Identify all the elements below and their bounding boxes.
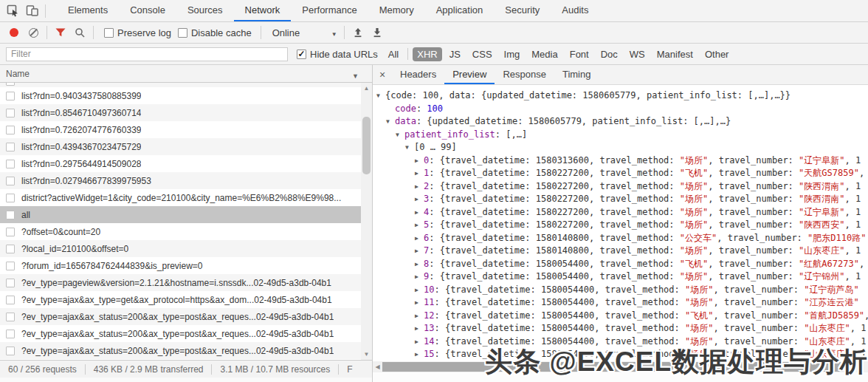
json-tree-line[interactable]: code: 100 [373, 103, 868, 116]
request-checkbox[interactable] [6, 296, 15, 304]
request-checkbox[interactable] [6, 160, 15, 168]
chip-media[interactable]: Media [527, 47, 562, 61]
request-checkbox[interactable] [6, 194, 15, 202]
chip-font[interactable]: Font [565, 47, 593, 61]
json-tree-line[interactable]: ▶2: {travel_datetime: 1580227200, travel… [373, 180, 868, 194]
json-tree-line[interactable]: ▼patient_info_list: [,…] [373, 129, 868, 142]
detail-tab-response[interactable]: Response [495, 65, 554, 84]
chip-manifest[interactable]: Manifest [652, 47, 698, 61]
chip-img[interactable]: Img [500, 47, 525, 61]
tab-audits[interactable]: Audits [551, 0, 599, 21]
expand-arrow-icon[interactable]: ▼ [396, 129, 404, 142]
json-tree-line[interactable]: ▶6: {travel_datetime: 1580140800, travel… [373, 232, 868, 245]
request-checkbox[interactable] [6, 245, 15, 253]
json-tree-line[interactable]: ▶1: {travel_datetime: 1580227200, travel… [373, 167, 868, 180]
json-tree-line[interactable]: ▶12: {travel_datetime: 1580054400, trave… [373, 310, 868, 323]
request-checkbox[interactable] [6, 347, 15, 355]
record-icon[interactable] [4, 23, 24, 42]
collapse-arrow-icon[interactable]: ▶ [415, 206, 424, 219]
name-column-header[interactable]: Name [0, 65, 372, 83]
collapse-arrow-icon[interactable]: ▶ [415, 180, 424, 194]
request-checkbox[interactable] [6, 279, 15, 287]
collapse-arrow-icon[interactable]: ▶ [415, 348, 424, 361]
collapse-arrow-icon[interactable]: ▶ [415, 296, 424, 310]
preserve-log-checkbox[interactable] [104, 28, 114, 38]
request-row[interactable]: list?rdn=0.2975644914509028 [0, 155, 372, 172]
request-checkbox[interactable] [6, 211, 15, 219]
request-row[interactable]: ?ev_type=ajax&ax_type=get&ax_protocol=ht… [0, 291, 372, 308]
collapse-arrow-icon[interactable]: ▶ [415, 232, 424, 245]
collapse-arrow-icon[interactable]: ▶ [415, 284, 424, 297]
clear-icon[interactable] [24, 23, 43, 42]
request-checkbox[interactable] [6, 177, 15, 185]
request-row[interactable]: list?rdn=0.8546710497360714 [0, 104, 372, 121]
json-tree-line[interactable]: ▶10: {travel_datetime: 1580054400, trave… [373, 284, 868, 297]
search-icon[interactable] [70, 23, 89, 42]
request-checkbox[interactable] [6, 126, 15, 134]
tab-network[interactable]: Network [234, 0, 292, 21]
preserve-log-toggle[interactable]: Preserve log [104, 27, 171, 38]
request-row[interactable]: ?ev_type=ajax&ax_status=200&ax_type=post… [0, 308, 372, 325]
collapse-arrow-icon[interactable]: ▶ [415, 219, 424, 232]
json-tree-line[interactable]: ▶0: {travel_datetime: 1580313600, travel… [373, 154, 868, 168]
tab-performance[interactable]: Performance [291, 0, 368, 21]
tab-elements[interactable]: Elements [57, 0, 119, 21]
collapse-arrow-icon[interactable]: ▶ [415, 154, 424, 168]
collapse-arrow-icon[interactable]: ▶ [415, 270, 424, 284]
json-tree-line[interactable]: ▼{code: 100, data: {updated_datetime: 15… [373, 89, 868, 103]
scrollbar-thumb[interactable] [362, 117, 371, 174]
request-checkbox[interactable] [6, 83, 15, 86]
filter-funnel-icon[interactable] [51, 23, 70, 42]
request-checkbox[interactable] [6, 109, 15, 117]
panel-split-divider[interactable] [372, 65, 373, 382]
detail-tab-timing[interactable]: Timing [554, 65, 599, 84]
scroll-left-icon[interactable]: ◀ [373, 361, 382, 372]
chip-xhr[interactable]: XHR [413, 47, 441, 61]
collapse-arrow-icon[interactable]: ▶ [415, 167, 424, 180]
request-row[interactable]: ?ev_type=ajax&ax_status=200&ax_type=post… [0, 342, 372, 359]
chip-css[interactable]: CSS [468, 47, 497, 61]
tab-sources[interactable]: Sources [176, 0, 234, 21]
json-tree-line[interactable]: ▼[0 … 99] [373, 141, 868, 154]
device-toolbar-icon[interactable] [22, 1, 41, 21]
json-tree-line[interactable]: ▶11: {travel_datetime: 1580054400, trave… [373, 296, 868, 310]
tab-memory[interactable]: Memory [368, 0, 425, 21]
request-row[interactable]: ?forum_id=1656784762444839&is_preview=0 [0, 257, 372, 274]
request-row[interactable]: list?rdn=0.9403437580885399 [0, 87, 372, 104]
detail-tab-headers[interactable]: Headers [392, 65, 444, 84]
disable-cache-toggle[interactable]: Disable cache [178, 27, 252, 38]
chip-other[interactable]: Other [700, 47, 734, 61]
export-har-icon[interactable] [368, 23, 387, 42]
disable-cache-checkbox[interactable] [178, 28, 187, 38]
expand-arrow-icon[interactable]: ▼ [386, 115, 395, 129]
request-row[interactable]: list?rdn=0.027946677839975953 [0, 172, 372, 189]
request-checkbox[interactable] [6, 228, 15, 236]
json-tree-line[interactable]: ▶8: {travel_datetime: 1580054400, travel… [373, 258, 868, 271]
hide-data-urls-checkbox[interactable] [297, 50, 306, 59]
request-checkbox[interactable] [6, 143, 15, 151]
scroll-down-icon[interactable]: ▼ [361, 349, 372, 360]
request-checkbox[interactable] [6, 262, 15, 270]
scroll-up-icon[interactable]: ▲ [361, 83, 372, 94]
tab-application[interactable]: Application [425, 0, 495, 21]
chip-js[interactable]: JS [445, 47, 465, 61]
request-row[interactable]: all [0, 206, 372, 223]
close-icon[interactable]: × [373, 65, 392, 84]
request-row[interactable]: ?offset=0&count=20 [0, 223, 372, 240]
json-tree-line[interactable]: ▶3: {travel_datetime: 1580227200, travel… [373, 193, 868, 206]
request-row[interactable]: district?activeWidget=1&city_code=210100… [0, 189, 372, 206]
json-tree-line[interactable]: ▶7: {travel_datetime: 1580140800, travel… [373, 245, 868, 258]
request-row[interactable]: ?ev_type=ajax&ax_status=200&ax_type=post… [0, 325, 372, 342]
json-tree-line[interactable]: ▶9: {travel_datetime: 1580054400, travel… [373, 270, 868, 284]
import-har-icon[interactable] [348, 23, 368, 42]
json-tree-line[interactable]: ▶13: {travel_datetime: 1580054400, trave… [373, 322, 868, 335]
request-row[interactable]: ?ev_type=pageview&version=2.1.21&hostnam… [0, 274, 372, 291]
request-checkbox[interactable] [6, 330, 15, 338]
collapse-arrow-icon[interactable]: ▶ [415, 335, 424, 349]
expand-arrow-icon[interactable]: ▼ [405, 141, 414, 154]
request-list-scrollbar[interactable]: ▲ ▼ [361, 83, 372, 360]
tab-security[interactable]: Security [494, 0, 551, 21]
expand-arrow-icon[interactable]: ▼ [376, 89, 385, 103]
request-checkbox[interactable] [6, 313, 15, 321]
collapse-arrow-icon[interactable]: ▶ [415, 322, 424, 335]
